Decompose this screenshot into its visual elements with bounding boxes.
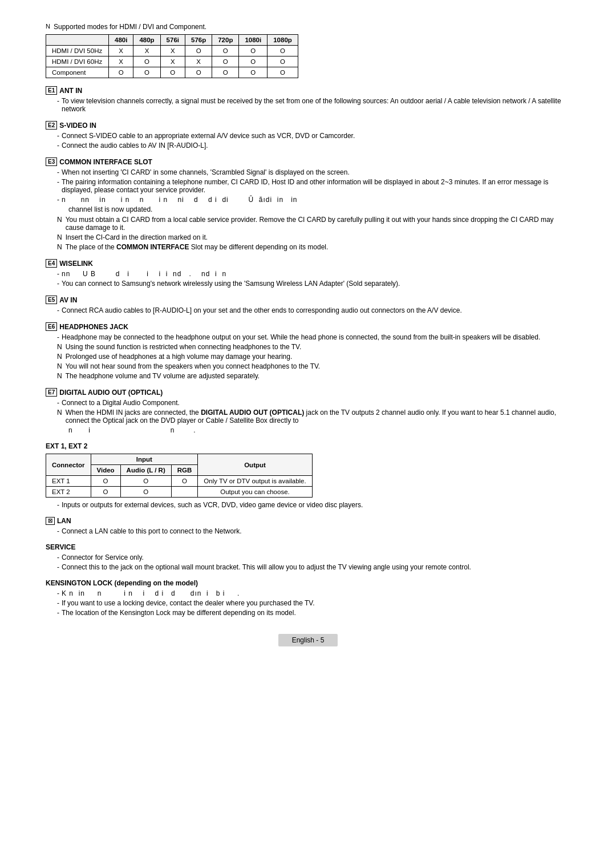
headphones-icon: E6	[46, 322, 57, 331]
kensington-text-1: If you want to use a locking device, con…	[62, 599, 315, 607]
intro-text: Supported modes for HDMI / DVI and Compo…	[54, 23, 206, 31]
dash-icon: -	[57, 589, 59, 597]
service-text-1: Connector for Service only.	[62, 553, 144, 561]
dash-icon: -	[57, 563, 59, 571]
modes-col-label	[46, 35, 109, 46]
dash-icon: -	[57, 168, 59, 176]
dash-icon: -	[57, 553, 59, 561]
cell: X	[109, 56, 133, 67]
ext-bullet: - Inputs or outputs for external devices…	[57, 501, 570, 509]
digital-audio-garbled: n i n .	[68, 426, 570, 434]
dash-icon: -	[57, 599, 59, 607]
ext1-connector: EXT 1	[46, 476, 91, 487]
common-interface-section: E3 COMMON INTERFACE SLOT - When not inse…	[46, 157, 570, 251]
lan-label: LAN	[57, 517, 71, 525]
ci-note-text-2: Insert the CI-Card in the direction mark…	[66, 233, 208, 241]
supported-modes-section: N Supported modes for HDMI / DVI and Com…	[46, 23, 570, 78]
page-content: N Supported modes for HDMI / DVI and Com…	[46, 23, 570, 646]
cell: X	[133, 46, 160, 56]
cell: X	[185, 56, 212, 67]
lan-bullet: - Connect a LAN cable to this port to co…	[57, 527, 570, 535]
ant-in-label: ANT IN	[59, 87, 82, 95]
digital-audio-section: E7 DIGITAL AUDIO OUT (OPTICAL) - Connect…	[46, 388, 570, 434]
modes-col-480i: 480i	[109, 35, 133, 46]
ext1-rgb: O	[171, 476, 198, 487]
table-row: EXT 2 O O Output you can choose.	[46, 487, 313, 498]
ci-note-text-1: You must obtain a CI CARD from a local c…	[66, 216, 570, 232]
headphones-note-4: N The headphone volume and TV volume are…	[57, 372, 570, 380]
note-n-icon: N	[57, 343, 62, 351]
headphones-note-1: N Using the sound function is restricted…	[57, 343, 570, 351]
cell: O	[239, 56, 268, 67]
supported-modes-intro: N Supported modes for HDMI / DVI and Com…	[46, 23, 570, 31]
av-in-bullet: - Connect RCA audio cables to [R-AUDIO-L…	[57, 306, 570, 314]
ant-in-text: To view television channels correctly, a…	[62, 97, 570, 113]
kensington-garbled: - K n in n i n i d i d dın i b i .	[57, 589, 570, 597]
digital-audio-garbled-text: n i n .	[68, 426, 197, 434]
svideo-in-label: S-VIDEO IN	[59, 122, 96, 130]
common-interface-icon: E3	[46, 157, 57, 166]
note-n-icon: N	[57, 216, 62, 232]
av-in-section: E5 AV IN - Connect RCA audio cables to […	[46, 296, 570, 314]
ext1-audio: O	[120, 476, 171, 487]
service-section: SERVICE - Connector for Service only. - …	[46, 543, 570, 571]
modes-col-480p: 480p	[133, 35, 160, 46]
headphones-note-text-1: Using the sound function is restricted w…	[66, 343, 302, 351]
table-row: HDMI / DVI 50Hz X X X O O O O	[46, 46, 298, 56]
cell: X	[160, 46, 185, 56]
ant-in-bullet: - To view television channels correctly,…	[57, 97, 570, 113]
dash-icon: -	[57, 270, 59, 278]
service-text-2: Connect this to the jack on the optional…	[62, 563, 471, 571]
ext-input-col: Input	[91, 454, 198, 465]
ci-garbled-text: n nn in i n n i n ni d d i di Û ãıdi in …	[62, 196, 297, 204]
headphones-note-text-3: You will not hear sound from the speaker…	[66, 362, 321, 370]
svideo-text-1: Connect S-VIDEO cable to an appropriate …	[62, 132, 355, 140]
kensington-label: KENSINGTON LOCK (depending on the model)	[46, 579, 198, 587]
ci-bullet-2: - The pairing information containing a t…	[57, 178, 570, 194]
av-in-icon: E5	[46, 296, 57, 304]
modes-col-720p: 720p	[212, 35, 239, 46]
ext-rgb-col: RGB	[171, 465, 198, 476]
modes-col-1080p: 1080p	[268, 35, 298, 46]
cell: O	[212, 56, 239, 67]
note-n-icon: N	[57, 362, 62, 370]
ci-channel-text: channel list is now updated.	[68, 205, 152, 213]
av-in-title: E5 AV IN	[46, 296, 570, 304]
row-label: HDMI / DVI 50Hz	[46, 46, 109, 56]
intro-n: N	[46, 23, 50, 31]
note-n-icon: N	[57, 233, 62, 241]
headphones-note-text-4: The headphone volume and TV volume are a…	[66, 372, 260, 380]
ant-in-title: E1 ANT IN	[46, 86, 570, 95]
page-footer: English - 5	[278, 634, 338, 646]
dash-icon: -	[57, 609, 59, 617]
headphones-label: HEADPHONES JACK	[59, 323, 128, 331]
svideo-bullet-1: - Connect S-VIDEO cable to an appropriat…	[57, 132, 570, 140]
ant-in-icon: E1	[46, 86, 57, 95]
row-label: HDMI / DVI 60Hz	[46, 56, 109, 67]
cell: O	[268, 46, 298, 56]
cell: O	[109, 67, 133, 78]
headphones-text: Headphone may be connected to the headph…	[62, 333, 540, 341]
common-interface-title: E3 COMMON INTERFACE SLOT	[46, 157, 570, 166]
lan-section: ☒ LAN - Connect a LAN cable to this port…	[46, 517, 570, 535]
digital-audio-note: N When the HDMI IN jacks are connected, …	[57, 409, 570, 424]
dash-icon: -	[57, 142, 59, 149]
note-n-icon: N	[57, 409, 62, 424]
headphones-section: E6 HEADPHONES JACK - Headphone may be co…	[46, 322, 570, 380]
ext-output-col: Output	[198, 454, 312, 476]
svideo-text-2: Connect the audio cables to AV IN [R-AUD…	[62, 142, 208, 149]
service-title: SERVICE	[46, 543, 570, 551]
dash-icon: -	[57, 306, 59, 314]
dash-icon: -	[57, 97, 59, 113]
cell: O	[212, 46, 239, 56]
cell: O	[239, 46, 268, 56]
dash-icon: -	[57, 280, 59, 288]
kensington-garbled-text: K n in n i n i d i d dın i b i .	[62, 589, 240, 597]
ext2-video: O	[91, 487, 120, 498]
kensington-bullet-1: - If you want to use a locking device, c…	[57, 599, 570, 607]
dash-icon: -	[57, 178, 59, 194]
ext-video-col: Video	[91, 465, 120, 476]
footer-wrap: English - 5	[46, 634, 570, 646]
cell: O	[133, 56, 160, 67]
ci-text-2: The pairing information containing a tel…	[62, 178, 570, 194]
